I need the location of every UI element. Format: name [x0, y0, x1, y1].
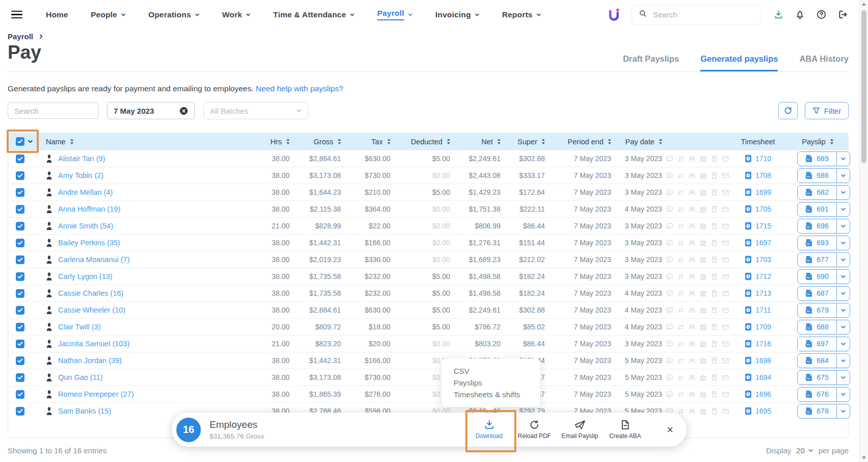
employee-link[interactable]: Jacinita Samuel (103) [58, 340, 129, 348]
employee-link[interactable]: Annie Smith (54) [58, 222, 113, 230]
payslip-dropdown-chevron[interactable] [836, 287, 850, 300]
downloads-icon[interactable] [774, 10, 783, 19]
filter-button[interactable]: Filter [805, 102, 849, 119]
scroll-down-arrow[interactable] [862, 456, 866, 459]
row-checkbox[interactable] [16, 171, 24, 180]
nav-item-work[interactable]: Work [222, 10, 251, 19]
help-icon[interactable] [817, 10, 826, 19]
employee-link[interactable]: Cassie Wheeler (10) [58, 306, 125, 314]
row-checkbox[interactable] [16, 323, 24, 331]
payslip-dropdown-chevron[interactable] [836, 169, 850, 183]
row-checkbox[interactable] [16, 407, 24, 416]
select-menu-chevron-icon[interactable] [28, 139, 33, 144]
employee-link[interactable]: Cassie Charles (16) [58, 289, 123, 297]
action-reload-pdf[interactable]: Reload PDF [512, 420, 557, 440]
payslip-dropdown-chevron[interactable] [836, 186, 850, 199]
row-checkbox[interactable] [16, 356, 24, 365]
scroll-up-arrow[interactable] [862, 3, 866, 6]
action-download[interactable]: Download [466, 420, 512, 440]
employee-link[interactable]: Qun Gao (11) [58, 373, 103, 381]
payslip-dropdown-chevron[interactable] [836, 320, 850, 334]
timesheet-link[interactable]: 1715 [745, 222, 771, 230]
payslip-button[interactable]: PDF 678 [797, 404, 850, 419]
row-checkbox[interactable] [16, 222, 24, 230]
payslip-dropdown-chevron[interactable] [836, 388, 850, 401]
payslip-dropdown-chevron[interactable] [836, 354, 850, 368]
timesheet-link[interactable]: 1698 [745, 356, 771, 365]
payslip-dropdown-chevron[interactable] [836, 371, 850, 384]
payslip-dropdown-chevron[interactable] [836, 202, 850, 216]
global-search[interactable] [632, 5, 762, 25]
refresh-button[interactable] [778, 102, 798, 119]
payslip-dropdown-chevron[interactable] [836, 270, 850, 284]
hamburger-menu-icon[interactable] [11, 11, 22, 19]
payslip-button[interactable]: PDF 679 [797, 303, 850, 318]
timesheet-link[interactable]: 1716 [745, 340, 771, 348]
timesheet-link[interactable]: 1713 [745, 289, 771, 297]
scrollbar-thumb[interactable] [861, 10, 866, 163]
tab-draft-payslips[interactable]: Draft Payslips [623, 54, 679, 71]
column-header-tax[interactable]: Tax [345, 138, 394, 146]
employee-link[interactable]: Carlena Moananui (7) [58, 255, 129, 264]
breadcrumb-payroll-link[interactable]: Payroll [8, 32, 33, 41]
payslip-dropdown-chevron[interactable] [836, 253, 850, 267]
nav-item-invoicing[interactable]: Invoicing [435, 10, 480, 19]
menu-item-payslips[interactable]: Payslips [454, 377, 540, 389]
payslip-dropdown-chevron[interactable] [836, 404, 850, 418]
payslip-button[interactable]: PDF 686 [797, 168, 850, 183]
tab-generated-payslips[interactable]: Generated payslips [700, 54, 778, 71]
timesheet-link[interactable]: 1697 [745, 239, 771, 247]
nav-item-reports[interactable]: Reports [502, 10, 541, 19]
payslip-dropdown-chevron[interactable] [836, 236, 850, 250]
tab-aba-history[interactable]: ABA History [799, 54, 849, 71]
timesheet-link[interactable]: 1695 [745, 407, 771, 415]
row-checkbox[interactable] [16, 255, 24, 264]
payslip-button[interactable]: PDF 684 [797, 353, 850, 368]
table-search-input[interactable]: Search [8, 102, 98, 119]
close-icon[interactable]: × [667, 424, 673, 435]
employee-link[interactable]: Nathan Jordan (39) [58, 356, 122, 365]
timesheet-link[interactable]: 1710 [745, 155, 771, 163]
payslip-button[interactable]: PDF 691 [797, 202, 850, 217]
payslip-button[interactable]: PDF 675 [797, 370, 850, 385]
payslip-button[interactable]: PDF 690 [797, 269, 850, 284]
column-header-net[interactable]: Net [454, 138, 505, 146]
page-size-select[interactable]: 20 [796, 446, 813, 455]
employee-link[interactable]: Amy Tobin (2) [58, 171, 103, 179]
employee-link[interactable]: Anna Hoffman (19) [58, 205, 120, 213]
row-checkbox[interactable] [16, 390, 24, 399]
logout-icon[interactable] [838, 10, 848, 19]
column-header-name[interactable]: Name [40, 138, 248, 146]
payslip-button[interactable]: PDF 693 [797, 236, 850, 250]
column-header-hrs[interactable]: Hrs [248, 138, 294, 146]
employee-link[interactable]: Bailey Perkins (35) [58, 239, 120, 247]
timesheet-link[interactable]: 1699 [745, 188, 771, 196]
payslip-button[interactable]: PDF 688 [797, 320, 850, 335]
payslip-dropdown-chevron[interactable] [836, 303, 850, 317]
employee-link[interactable]: Sam Banks (15) [58, 407, 111, 415]
nav-item-people[interactable]: People [91, 10, 126, 19]
payslip-button[interactable]: PDF 687 [797, 286, 850, 301]
payslip-button[interactable]: PDF 682 [797, 185, 850, 200]
row-checkbox[interactable] [16, 239, 24, 247]
column-header-pay_date[interactable]: Pay date [615, 138, 666, 146]
timesheet-link[interactable]: 1696 [745, 390, 771, 398]
row-checkbox[interactable] [16, 155, 24, 163]
timesheet-link[interactable]: 1703 [745, 255, 771, 264]
employee-link[interactable]: Andre Mellan (4) [58, 188, 113, 196]
notifications-bell-icon[interactable] [795, 10, 805, 19]
nav-item-time-attendance[interactable]: Time & Attendance [273, 10, 355, 19]
column-header-deducted[interactable]: Deducted [394, 138, 454, 146]
select-all-checkbox[interactable] [16, 137, 24, 146]
column-header-super[interactable]: Super [505, 138, 549, 146]
brand-logo[interactable] [608, 7, 620, 22]
column-header-payslip[interactable]: Payslip [787, 138, 848, 146]
row-checkbox[interactable] [16, 373, 24, 382]
timesheet-link[interactable]: 1705 [745, 205, 771, 213]
timesheet-link[interactable]: 1694 [745, 373, 771, 381]
employee-link[interactable]: Romeo Perepeper (27) [58, 390, 134, 398]
clear-date-icon[interactable] [179, 107, 188, 115]
payslip-button[interactable]: PDF 696 [797, 219, 850, 234]
menu-item-csv[interactable]: CSV [454, 365, 540, 377]
timesheet-link[interactable]: 1709 [745, 323, 771, 331]
